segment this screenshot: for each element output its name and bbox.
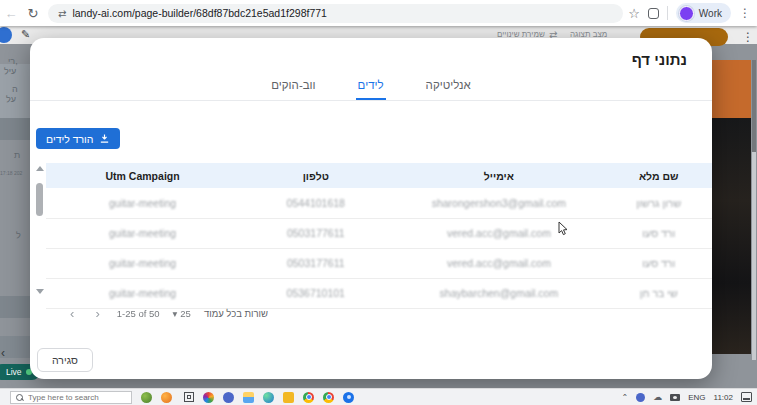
tab-leads[interactable]: לידים bbox=[356, 79, 386, 100]
teams-app-icon[interactable] bbox=[223, 392, 234, 403]
page-menu-icon[interactable]: ⋮ bbox=[742, 30, 754, 44]
toolbar-divider bbox=[667, 6, 668, 20]
pencil-icon[interactable]: ✎ bbox=[21, 28, 30, 41]
onedrive-icon[interactable]: ☁ bbox=[653, 393, 662, 402]
cell-phone: 0503177611 bbox=[239, 248, 392, 278]
cell-email: shaybarchen@gmail.com bbox=[392, 278, 605, 308]
extensions-icon[interactable] bbox=[648, 8, 659, 19]
cell-name: ורד סעו bbox=[605, 248, 712, 278]
editor-avatar bbox=[0, 27, 12, 43]
cell-phone: 0503177611 bbox=[239, 218, 392, 248]
rows-per-page-value: 25 bbox=[180, 308, 191, 319]
clock[interactable]: 11:02 bbox=[714, 394, 733, 402]
bookmark-star-icon[interactable]: ☆ bbox=[628, 6, 640, 21]
table-scrollbar-thumb[interactable] bbox=[36, 183, 43, 216]
cell-utm: guitar-meeting bbox=[46, 188, 239, 218]
browser-profile[interactable]: Work bbox=[676, 3, 731, 23]
browser-toolbar: ← ↻ ⇄ landy-ai.com/page-builder/68df87bd… bbox=[0, 0, 757, 26]
bg-timestamp-fragment: 17:18 202 bbox=[0, 170, 22, 176]
search-input[interactable] bbox=[28, 393, 126, 402]
site-preview-header bbox=[712, 60, 751, 118]
next-page-icon[interactable]: ‹ bbox=[91, 306, 103, 321]
dialog-tabs: אנליטיקה לידים ווב-הוקים bbox=[30, 79, 712, 100]
page-data-dialog: נתוני דף אנליטיקה לידים ווב-הוקים הורד ל… bbox=[30, 38, 712, 379]
url-text[interactable]: landy-ai.com/page-builder/68df87bdc21e5a… bbox=[72, 7, 327, 19]
bg-text-fragment: ת bbox=[14, 150, 20, 160]
table-pagination: שורות בכל עמוד 25 ▾ 1-25 of 50 ‹ › bbox=[66, 304, 268, 322]
system-tray: ⌃ ☁ ENG 11:02 bbox=[622, 392, 757, 402]
pagination-range: 1-25 of 50 bbox=[117, 308, 160, 319]
refresh-icon[interactable]: ↻ bbox=[22, 6, 44, 21]
page-scrollbar-thumb[interactable] bbox=[752, 60, 756, 152]
address-bar[interactable]: ⇄ landy-ai.com/page-builder/68df87bdc21e… bbox=[48, 4, 623, 23]
bg-band bbox=[0, 296, 30, 318]
browser-menu-icon[interactable]: ⋮ bbox=[739, 7, 751, 19]
cell-email: vered.acc@gmail.com bbox=[392, 248, 605, 278]
mail-app-icon[interactable] bbox=[283, 392, 294, 403]
cell-utm: guitar-meeting bbox=[46, 218, 239, 248]
edge-app-icon[interactable] bbox=[263, 392, 274, 403]
back-icon[interactable]: ← bbox=[0, 6, 22, 21]
screenshot-tool-icon[interactable] bbox=[670, 394, 680, 401]
table-row[interactable]: ורד סעו vered.acc@gmail.com 0503177611 g… bbox=[46, 248, 712, 278]
bg-band bbox=[0, 118, 30, 140]
photos-app-icon[interactable] bbox=[203, 392, 214, 403]
cell-email: sharongershon3@gmail.com bbox=[392, 188, 605, 218]
profile-avatar bbox=[679, 6, 694, 21]
prev-page-icon[interactable]: › bbox=[66, 306, 78, 321]
cell-name: שי בר חן bbox=[605, 278, 712, 308]
chrome-app-icon[interactable] bbox=[303, 392, 314, 403]
cell-name: ורד סעו bbox=[605, 218, 712, 248]
scroll-down-icon[interactable] bbox=[36, 289, 44, 294]
cell-email: vered.acc@gmail.com bbox=[392, 218, 605, 248]
dialog-title: נתוני דף bbox=[632, 51, 687, 68]
collapse-chevron-icon[interactable]: ‹ bbox=[1, 346, 5, 360]
tray-expand-icon[interactable]: ⌃ bbox=[622, 393, 629, 402]
select-arrow-icon: ▾ bbox=[173, 308, 178, 319]
table-row[interactable]: שרון גרשון sharongershon3@gmail.com 0544… bbox=[46, 188, 712, 218]
bg-text-fragment: רי, bbox=[8, 56, 18, 66]
news-interest-icon[interactable] bbox=[161, 392, 172, 403]
tray-teams-icon[interactable] bbox=[636, 393, 645, 402]
screen: ← ↻ ⇄ landy-ai.com/page-builder/68df87bd… bbox=[0, 0, 757, 405]
cell-name: שרון גרשון bbox=[605, 188, 712, 218]
tabs-divider bbox=[30, 100, 712, 101]
download-icon bbox=[99, 133, 110, 144]
rows-per-page-label: שורות בכל עמוד bbox=[204, 308, 268, 319]
bg-text-fragment: ל bbox=[16, 230, 21, 240]
table-scrollbar[interactable] bbox=[35, 166, 44, 294]
chrome-app-icon-2[interactable] bbox=[323, 392, 334, 403]
site-info-icon[interactable]: ⇄ bbox=[58, 8, 65, 19]
col-full-name: שם מלא bbox=[605, 163, 712, 188]
notification-center-icon[interactable] bbox=[741, 392, 752, 402]
pinned-app-icon[interactable] bbox=[343, 392, 354, 403]
scroll-up-icon[interactable] bbox=[36, 166, 44, 171]
mouse-cursor bbox=[558, 221, 569, 240]
table-header-row: שם מלא אימייל טלפון Utm Campaign bbox=[46, 163, 712, 188]
bg-text-fragment: על bbox=[6, 94, 16, 104]
page-scrollbar[interactable] bbox=[752, 60, 756, 360]
site-preview-image bbox=[712, 118, 751, 354]
cell-phone: 0544101618 bbox=[239, 188, 392, 218]
download-leads-button[interactable]: הורד לידים bbox=[36, 128, 120, 149]
close-dialog-button[interactable]: סגירה bbox=[37, 348, 93, 372]
tab-analytics[interactable]: אנליטיקה bbox=[424, 79, 473, 100]
table-row[interactable]: ורד סעו vered.acc@gmail.com 0503177611 g… bbox=[46, 218, 712, 248]
download-label: הורד לידים bbox=[46, 133, 93, 145]
file-explorer-icon[interactable] bbox=[243, 392, 254, 403]
language-indicator[interactable]: ENG bbox=[688, 393, 705, 402]
col-phone: טלפון bbox=[239, 163, 392, 188]
bg-text-fragment: עיל bbox=[4, 66, 16, 76]
leads-table: שם מלא אימייל טלפון Utm Campaign שרון גר… bbox=[46, 163, 712, 309]
taskbar: ⌃ ☁ ENG 11:02 bbox=[0, 388, 757, 405]
col-utm-campaign: Utm Campaign bbox=[46, 163, 239, 188]
search-icon bbox=[16, 394, 23, 401]
profile-name: Work bbox=[699, 8, 722, 19]
rows-per-page-select[interactable]: 25 ▾ bbox=[173, 308, 191, 319]
tab-webhooks[interactable]: ווב-הוקים bbox=[269, 79, 317, 100]
weather-icon[interactable] bbox=[141, 392, 152, 403]
live-label: Live bbox=[6, 367, 22, 377]
bg-text-fragment: ה bbox=[12, 84, 18, 94]
task-view-icon[interactable] bbox=[184, 392, 194, 402]
taskbar-search[interactable] bbox=[10, 391, 132, 404]
